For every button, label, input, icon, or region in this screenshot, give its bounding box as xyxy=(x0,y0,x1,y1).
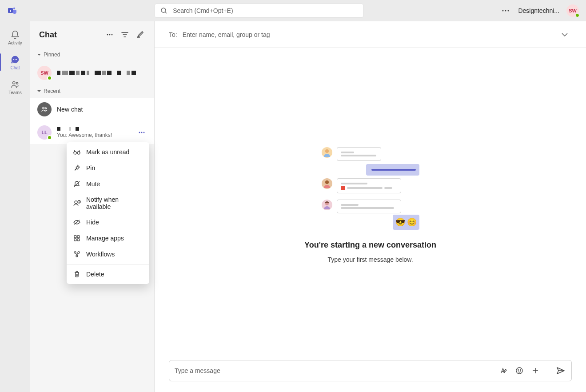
svg-point-12 xyxy=(13,81,16,84)
svg-line-4 xyxy=(165,12,167,13)
section-recent[interactable]: Recent xyxy=(30,84,154,98)
menu-divider xyxy=(67,264,149,264)
search-input[interactable] xyxy=(173,7,358,14)
svg-point-3 xyxy=(161,8,166,12)
presence-available-icon xyxy=(575,13,579,17)
hide-icon xyxy=(73,218,81,226)
search-icon xyxy=(160,7,167,14)
nav-chat[interactable]: Chat xyxy=(0,50,30,75)
svg-rect-41 xyxy=(77,236,80,238)
recent-chat-item-ll[interactable]: LL You: Awesome, thanks! xyxy=(30,121,154,144)
send-button[interactable] xyxy=(555,365,566,376)
workflows-icon xyxy=(73,250,81,258)
svg-point-37 xyxy=(75,201,77,204)
svg-point-25 xyxy=(325,149,329,153)
group-chat-icon xyxy=(37,102,52,116)
svg-rect-42 xyxy=(74,239,76,241)
menu-delete[interactable]: Delete xyxy=(67,266,149,282)
empty-state-title: You're starting a new conversation xyxy=(304,240,436,250)
add-content-button[interactable] xyxy=(530,365,541,376)
svg-rect-43 xyxy=(77,239,80,241)
nav-activity[interactable]: Activity xyxy=(0,25,30,50)
to-input[interactable] xyxy=(183,31,552,38)
new-chat-item[interactable]: New chat xyxy=(30,98,154,121)
svg-point-45 xyxy=(78,252,80,253)
conversation-area: To: xyxy=(155,21,586,392)
nav-teams[interactable]: Teams xyxy=(0,75,30,100)
svg-point-22 xyxy=(139,132,140,133)
svg-point-30 xyxy=(520,370,521,371)
to-bar: To: xyxy=(155,21,586,48)
to-label: To: xyxy=(169,31,177,38)
menu-manage-apps[interactable]: Manage apps xyxy=(67,230,149,246)
svg-point-44 xyxy=(74,252,76,253)
pin-icon xyxy=(73,164,81,172)
svg-point-11 xyxy=(16,59,17,60)
chat-context-menu: Mark as unread Pin Mute Notify when avai… xyxy=(67,142,149,284)
svg-rect-40 xyxy=(74,236,76,238)
nav-rail: Activity Chat Teams xyxy=(0,21,30,392)
svg-point-26 xyxy=(325,180,329,184)
svg-point-10 xyxy=(15,59,16,60)
svg-point-9 xyxy=(13,59,14,60)
chat-item-more-button[interactable] xyxy=(136,127,147,138)
divider xyxy=(548,365,548,376)
svg-point-15 xyxy=(109,34,111,36)
empty-state-subtitle: Type your first message below. xyxy=(327,256,413,263)
chat-avatar: SW xyxy=(37,66,52,80)
presence-available-icon xyxy=(47,135,52,140)
menu-mute[interactable]: Mute xyxy=(67,176,149,192)
chat-avatar: LL xyxy=(37,125,52,140)
glasses-icon xyxy=(73,148,81,156)
svg-point-21 xyxy=(45,108,47,109)
apps-icon xyxy=(73,234,81,242)
menu-workflows[interactable]: Workflows xyxy=(67,246,149,262)
mute-icon xyxy=(73,180,81,188)
menu-pin[interactable]: Pin xyxy=(67,160,149,176)
chat-title: Chat xyxy=(39,30,57,40)
titlebar: T Designtechni... SW xyxy=(0,0,586,21)
menu-mark-unread[interactable]: Mark as unread xyxy=(67,144,149,160)
section-pinned[interactable]: Pinned xyxy=(30,48,154,61)
user-name-label: Designtechni... xyxy=(518,7,559,14)
svg-point-14 xyxy=(107,34,108,36)
svg-point-2 xyxy=(13,8,15,9)
new-conversation-illustration: 😎😊 xyxy=(322,145,419,230)
filter-button[interactable] xyxy=(120,29,130,40)
svg-point-13 xyxy=(16,82,18,84)
expand-to-button[interactable] xyxy=(558,28,572,42)
chat-more-button[interactable] xyxy=(104,29,115,40)
presence-available-icon xyxy=(47,76,52,80)
emoji-button[interactable] xyxy=(514,365,525,376)
more-options-button[interactable] xyxy=(500,5,511,16)
svg-point-16 xyxy=(112,34,113,36)
svg-point-28 xyxy=(516,368,522,374)
menu-notify[interactable]: Notify when available xyxy=(67,192,149,214)
format-button[interactable] xyxy=(498,365,509,376)
redacted-name xyxy=(57,71,147,75)
svg-point-24 xyxy=(144,132,145,133)
svg-text:T: T xyxy=(9,9,12,13)
chat-preview: You: Awesome, thanks! xyxy=(57,132,131,138)
user-avatar[interactable]: SW xyxy=(566,4,579,17)
notify-icon xyxy=(73,199,81,207)
compose-bar xyxy=(169,360,572,381)
svg-point-23 xyxy=(141,132,143,133)
svg-point-20 xyxy=(43,107,44,109)
svg-point-29 xyxy=(518,370,519,371)
empty-state: 😎😊 You're starting a new conversation Ty… xyxy=(155,48,586,360)
message-input[interactable] xyxy=(175,367,494,374)
svg-point-7 xyxy=(508,10,509,12)
delete-icon xyxy=(73,270,81,278)
chat-list-header: Chat xyxy=(30,21,154,48)
new-chat-button[interactable] xyxy=(135,29,145,40)
teams-app-icon: T xyxy=(7,5,18,16)
chat-item-name: New chat xyxy=(57,106,147,113)
menu-hide[interactable]: Hide xyxy=(67,214,149,230)
svg-point-6 xyxy=(505,10,506,12)
redacted-name xyxy=(57,127,131,131)
svg-point-46 xyxy=(76,255,78,257)
svg-point-5 xyxy=(502,10,504,12)
pinned-chat-item[interactable]: SW xyxy=(30,61,154,84)
search-box[interactable] xyxy=(155,4,363,18)
